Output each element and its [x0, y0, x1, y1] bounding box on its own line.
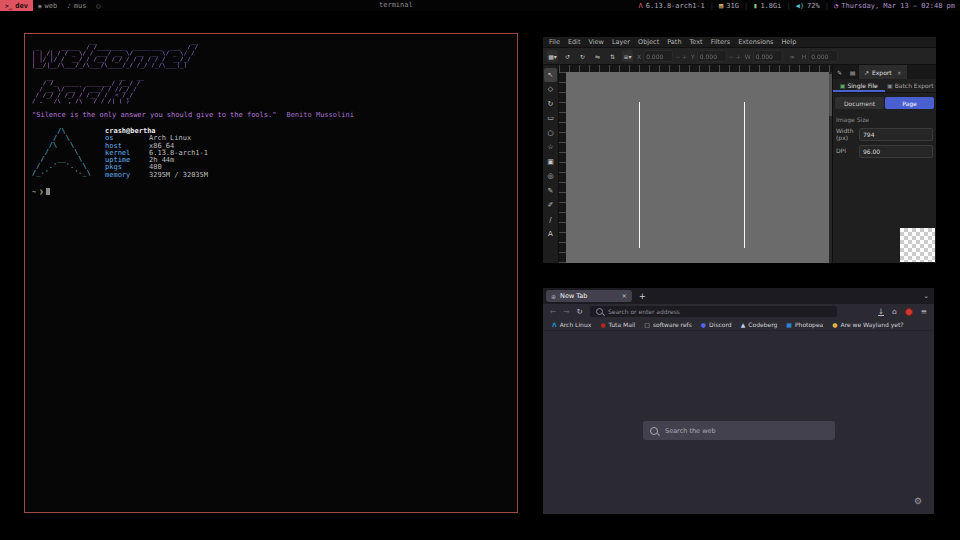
url-bar[interactable]: Search or enter address — [590, 306, 837, 317]
lock-ratio-icon[interactable]: ∞ — [787, 50, 798, 62]
menu-path[interactable]: Path — [667, 38, 681, 46]
page-edge-right — [744, 102, 745, 248]
pen-tool-icon[interactable]: / — [544, 213, 557, 227]
forward-button[interactable]: → — [563, 307, 569, 316]
disk-icon: ▤ — [719, 2, 723, 10]
workspace-extra[interactable]: ▢ — [91, 0, 105, 11]
personalize-gear-icon[interactable]: ⚙ — [914, 496, 922, 506]
align-dropdown-button[interactable]: ≡▾ — [622, 50, 633, 62]
selector-tool-icon[interactable]: ↖ — [544, 68, 557, 82]
menu-edit[interactable]: Edit — [568, 38, 581, 46]
workspace-mus[interactable]: ♪ mus — [62, 0, 91, 11]
downloads-icon[interactable]: ↓ — [878, 308, 884, 316]
kernel-version: 6.13.8-arch1-1 — [646, 2, 705, 10]
export-dpi-input[interactable]: 96.00 — [859, 145, 933, 158]
edit-panel-icon[interactable]: ✎ — [833, 66, 846, 79]
back-button[interactable]: ← — [550, 307, 556, 316]
url-placeholder: Search or enter address — [608, 308, 680, 315]
quote-text: "Silence is the only answer you should g… — [32, 111, 276, 119]
objects-panel-icon[interactable]: ▤ — [846, 66, 859, 79]
menu-view[interactable]: View — [588, 38, 603, 46]
web-search-input[interactable]: Search the web — [643, 421, 835, 440]
menu-help[interactable]: Help — [781, 38, 796, 46]
menu-object[interactable]: Object — [638, 38, 659, 46]
y-coordinate-spinbox[interactable]: Y 0.000 − + — [691, 50, 741, 62]
page-edge-left — [639, 102, 640, 248]
workspace-label: dev — [15, 2, 28, 10]
vertical-ruler[interactable] — [559, 72, 566, 263]
fetch-output: /\ / \ /\ \ / \ / __ \ / .' '. \ /_-' '-… — [32, 128, 510, 179]
extension-red-dot-icon[interactable] — [905, 308, 913, 316]
shape-builder-tool-icon[interactable]: ↻ — [544, 97, 557, 111]
bookmark-folder-software-refs[interactable]: ▢ software refs — [644, 321, 692, 328]
flip-vertical-button[interactable]: ⇅ — [607, 50, 618, 62]
tool-controls-bar: ▦▾ ↺ ↻ ⇋ ⇅ ≡▾ X 0.000 − + Y 0.000 − + W … — [543, 47, 936, 65]
export-mode-page[interactable]: Page — [885, 97, 934, 109]
reload-button[interactable]: ↻ — [577, 307, 583, 316]
export-panel-tab[interactable]: ↗ Export × — [859, 65, 907, 79]
search-icon — [596, 308, 603, 315]
x-coordinate-spinbox[interactable]: X 0.000 − + — [637, 50, 687, 62]
welcome-ascii-art: __ __ _ _____ / /________ ____ ___ ___ /… — [32, 38, 510, 104]
inkscape-menubar: File Edit View Layer Object Path Text Fi… — [543, 37, 936, 47]
status-modules: Λ 6.13.8-arch1-1 | ▤ 31G | ▮ 1.8Gi | ◀) … — [639, 2, 960, 10]
prompt-path: ~ — [32, 188, 36, 196]
bookmark-are-we-wayland-yet[interactable]: ● Are we Wayland yet? — [832, 321, 903, 328]
horizontal-ruler[interactable] — [559, 65, 833, 72]
rotate-ccw-button[interactable]: ↺ — [562, 50, 573, 62]
menu-layer[interactable]: Layer — [612, 38, 630, 46]
bookmark-photopea[interactable]: ▦ Photopea — [786, 321, 823, 328]
volume-module[interactable]: ◀) 72% — [796, 2, 820, 10]
rotate-cw-button[interactable]: ↻ — [577, 50, 588, 62]
flip-horizontal-button[interactable]: ⇋ — [592, 50, 603, 62]
height-spinbox[interactable]: H 0.000 — [802, 50, 839, 62]
close-icon[interactable]: × — [897, 69, 902, 76]
menu-extensions[interactable]: Extensions — [738, 38, 773, 46]
menu-file[interactable]: File — [549, 38, 560, 46]
workspace-web[interactable]: ◉ web — [33, 0, 62, 11]
bookmark-tuta-mail[interactable]: ● Tuta Mail — [600, 321, 635, 328]
export-mode-document[interactable]: Document — [835, 97, 884, 109]
tab-title: New Tab — [560, 292, 587, 300]
rectangle-tool-icon[interactable]: ▭ — [544, 112, 557, 126]
volume-value: 72% — [807, 2, 820, 10]
navigation-bar: ← → ↻ Search or enter address ↓ ⌂ ≡ — [543, 304, 934, 319]
search-placeholder: Search the web — [665, 427, 716, 435]
list-tabs-chevron-icon[interactable]: ⌄ — [923, 292, 929, 300]
tab-single-file[interactable]: ▣ Single File — [833, 79, 885, 92]
tab-strip: ⊕ New Tab × + ⌄ — [543, 288, 934, 304]
new-tab-button[interactable]: + — [639, 292, 646, 301]
text-tool-icon[interactable]: A — [544, 228, 557, 242]
storage-module: ▤ 31G — [719, 2, 739, 10]
terminal-window[interactable]: __ __ _ _____ / /________ ____ ___ ___ /… — [24, 33, 518, 513]
menu-text[interactable]: Text — [690, 38, 703, 46]
kernel-module: Λ 6.13.8-arch1-1 — [639, 2, 705, 10]
shell-prompt[interactable]: ~❯ — [32, 188, 510, 196]
width-spinbox[interactable]: W 0.000 — [745, 50, 783, 62]
memory-module: ▮ 1.8Gi — [753, 2, 781, 10]
calligraphy-tool-icon[interactable]: ✐ — [544, 199, 557, 213]
menu-filters[interactable]: Filters — [711, 38, 730, 46]
spiral-tool-icon[interactable]: ◎ — [544, 170, 557, 184]
bookmark-arch-linux[interactable]: Λ Arch Linux — [552, 321, 591, 328]
selection-options-button[interactable]: ▦▾ — [547, 50, 558, 62]
workspace-dev[interactable]: >_ dev — [0, 0, 33, 11]
folder-icon: ▢ — [644, 321, 650, 328]
tab-close-icon[interactable]: × — [622, 292, 627, 300]
bookmark-codeberg[interactable]: ▲ Codeberg — [741, 321, 778, 328]
export-width-input[interactable]: 794 — [859, 128, 933, 141]
browser-tab-new-tab[interactable]: ⊕ New Tab × — [546, 290, 632, 302]
tab-batch-export[interactable]: ▣ Batch Export — [885, 79, 937, 92]
menu-icon[interactable]: ≡ — [921, 307, 927, 316]
bookmark-discord[interactable]: ● Discord — [701, 321, 732, 328]
inkscape-canvas[interactable] — [566, 72, 833, 263]
ellipse-tool-icon[interactable]: ○ — [544, 126, 557, 140]
star-tool-icon[interactable]: ☆ — [544, 141, 557, 155]
home-icon[interactable]: ⌂ — [892, 307, 897, 316]
stepper[interactable]: − + — [729, 53, 741, 60]
pencil-tool-icon[interactable]: ✎ — [544, 184, 557, 198]
stepper[interactable]: − + — [675, 53, 687, 60]
node-tool-icon[interactable]: ◇ — [544, 83, 557, 97]
tuta-icon: ● — [600, 321, 605, 328]
box3d-tool-icon[interactable]: ▣ — [544, 155, 557, 169]
